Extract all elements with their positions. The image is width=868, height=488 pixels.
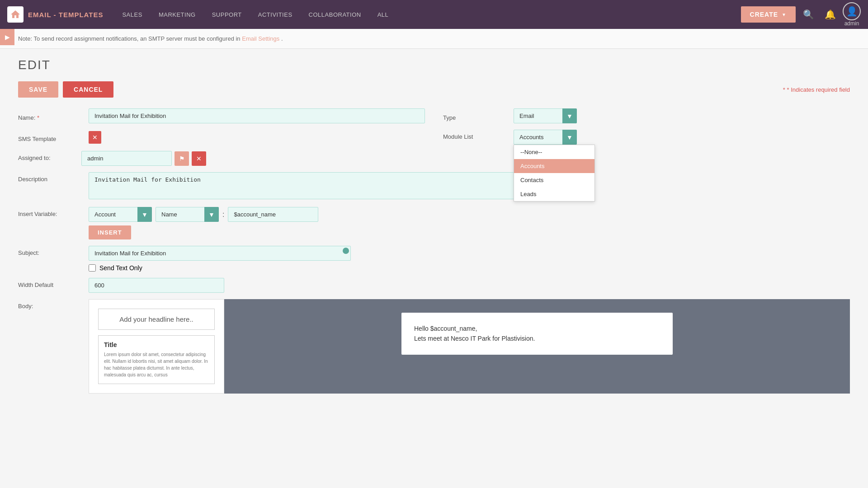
var1-select[interactable]: Account (89, 207, 152, 222)
nav-items: SALES MARKETING SUPPORT ACTIVITIES COLLA… (114, 0, 741, 29)
dropdown-option-contacts[interactable]: Contacts (514, 173, 594, 187)
body-row: Body: Add your headline here.. Title Lor… (18, 299, 850, 394)
create-dropdown-arrow: ▼ (782, 12, 787, 17)
insert-var-group: Account ▼ Name ▼ : $account_name (89, 207, 850, 222)
info-bar: Note: To send record assignment notifica… (0, 29, 868, 49)
nav-collaboration[interactable]: COLLABORATION (301, 0, 369, 29)
subject-indicator (343, 248, 349, 254)
assigned-row: Assigned to: ⚑ ✕ (18, 151, 850, 166)
body-template-panel: Add your headline here.. Title Lorem ips… (89, 299, 224, 394)
required-note: * * Indicates required field (783, 86, 850, 93)
module-list-section: Accounts Contacts Leads ▼ --None-- Accou… (514, 130, 577, 145)
body-label: Body: (18, 299, 81, 310)
home-icon (7, 6, 24, 23)
nav-sales[interactable]: SALES (114, 0, 150, 29)
sidebar-toggle[interactable]: ▶ (0, 29, 14, 45)
assigned-clear-button[interactable]: ✕ (192, 151, 206, 166)
sms-clear-button[interactable]: ✕ (89, 131, 101, 144)
headline-box[interactable]: Add your headline here.. (98, 309, 215, 330)
colon-separator: : (222, 211, 224, 219)
form-top-row: Name: * Type Email PDF Other ▼ (18, 108, 850, 123)
top-navigation: EMAIL - TEMPLATES SALES MARKETING SUPPOR… (0, 0, 868, 29)
subject-input[interactable] (89, 246, 351, 261)
width-label: Width Default (18, 278, 81, 288)
email-line2: Lets meet at Nesco IT Park for Plastivis… (414, 333, 660, 343)
description-textarea[interactable]: Invitation Mail for Exhibition (89, 172, 523, 199)
subject-content: Send Text Only (89, 246, 850, 272)
lorem-text: Lorem ipsum dolor sit amet, consectetur … (104, 351, 209, 378)
nav-support[interactable]: SUPPORT (204, 0, 250, 29)
type-select[interactable]: Email PDF Other (514, 108, 577, 123)
module-select-wrapper: Accounts Contacts Leads ▼ (514, 130, 577, 145)
subject-input-wrapper (89, 246, 351, 261)
name-row: Name: * (18, 108, 425, 123)
var1-select-wrapper: Account ▼ (89, 207, 152, 222)
page-title: EDIT (18, 58, 850, 72)
send-text-row: Send Text Only (89, 264, 850, 272)
module-row: Module List Accounts Contacts Leads ▼ --… (443, 130, 850, 145)
description-row: Description Invitation Mail for Exhibiti… (18, 172, 850, 201)
insert-variable-label: Insert Variable: (18, 207, 81, 217)
logo[interactable]: EMAIL - TEMPLATES (7, 6, 103, 23)
sms-row: SMS Template ✕ (18, 130, 425, 145)
dropdown-option-accounts[interactable]: Accounts (514, 159, 594, 173)
type-row: Type Email PDF Other ▼ (443, 108, 850, 123)
dropdown-option-leads[interactable]: Leads (514, 187, 594, 201)
name-input[interactable] (89, 108, 425, 123)
search-button[interactable]: 🔍 (799, 5, 817, 23)
lorem-box: Title Lorem ipsum dolor sit amet, consec… (98, 335, 215, 384)
send-text-checkbox[interactable] (89, 264, 96, 272)
create-button[interactable]: CREATE ▼ (741, 6, 796, 23)
email-preview: Hello $account_name, Lets meet at Nesco … (401, 313, 673, 355)
nav-right: CREATE ▼ 🔍 🔔 👤 admin (741, 2, 861, 27)
main-content: Note: To send record assignment notifica… (0, 29, 868, 488)
admin-label: admin (844, 20, 859, 27)
insert-variable-row: Insert Variable: Account ▼ Name ▼ (18, 207, 850, 239)
description-label: Description (18, 172, 81, 183)
assigned-group: ⚑ ✕ (81, 151, 206, 166)
action-buttons: SAVE CANCEL * * Indicates required field (18, 81, 850, 98)
email-settings-link[interactable]: Email Settings (242, 35, 279, 42)
user-avatar[interactable]: 👤 (843, 2, 861, 20)
subject-label: Subject: (18, 246, 81, 256)
edit-section: EDIT SAVE CANCEL * * Indicates required … (0, 49, 868, 409)
nav-activities[interactable]: ACTIVITIES (250, 0, 301, 29)
width-input[interactable] (89, 278, 224, 293)
module-select[interactable]: Accounts Contacts Leads (514, 130, 577, 145)
assigned-label: Assigned to: (18, 151, 81, 166)
var2-select[interactable]: Name (156, 207, 219, 222)
module-label: Module List (443, 130, 506, 140)
notifications-button[interactable]: 🔔 (821, 5, 839, 23)
insert-variable-content: Account ▼ Name ▼ : $account_name INSERT (89, 207, 850, 239)
save-button[interactable]: SAVE (18, 81, 58, 98)
sms-label: SMS Template (18, 132, 81, 142)
insert-button[interactable]: INSERT (89, 225, 131, 239)
email-preview-panel: Hello $account_name, Lets meet at Nesco … (224, 299, 850, 394)
cancel-button[interactable]: CANCEL (63, 81, 113, 98)
nav-marketing[interactable]: MARKETING (151, 0, 204, 29)
module-dropdown-open: --None-- Accounts Contacts Leads (514, 145, 595, 202)
send-text-label: Send Text Only (99, 264, 142, 272)
sms-module-row: SMS Template ✕ Module List Accounts Cont… (18, 130, 850, 145)
nav-all[interactable]: ALL (369, 0, 397, 29)
assigned-input[interactable] (81, 151, 172, 166)
app-title: EMAIL - TEMPLATES (28, 11, 103, 19)
name-label: Name: * (18, 111, 81, 121)
lorem-title: Title (104, 341, 209, 348)
width-content (89, 278, 850, 293)
type-label: Type (443, 111, 506, 121)
email-line1: Hello $account_name, (414, 324, 660, 333)
dropdown-option-none[interactable]: --None-- (514, 145, 594, 159)
subject-row: Subject: Send Text Only (18, 246, 850, 272)
var2-select-wrapper: Name ▼ (156, 207, 219, 222)
width-row: Width Default (18, 278, 850, 293)
description-content: Invitation Mail for Exhibition (89, 172, 850, 201)
body-content: Add your headline here.. Title Lorem ips… (89, 299, 850, 394)
info-note: Note: To send record assignment notifica… (18, 35, 242, 42)
var-result: $account_name (228, 207, 318, 222)
info-note-end: . (281, 35, 283, 42)
type-select-wrapper: Email PDF Other ▼ (514, 108, 577, 123)
assigned-select-button[interactable]: ⚑ (175, 151, 189, 166)
